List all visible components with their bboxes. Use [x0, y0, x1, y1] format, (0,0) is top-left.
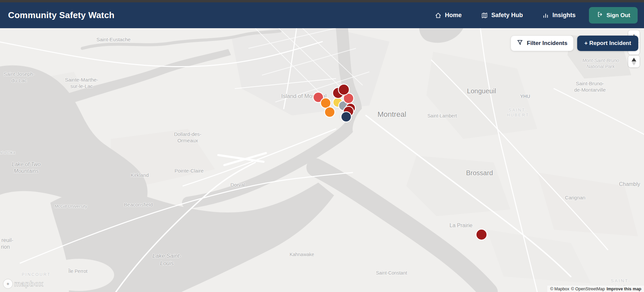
report-incident-button[interactable]: + Report Incident [577, 36, 638, 51]
nav-item-label: Safety Hub [491, 12, 523, 19]
nav-item-home[interactable]: Home [435, 12, 462, 19]
nav-links: Home Safety Hub Insights [435, 12, 576, 19]
incident-marker-dark_red[interactable] [339, 85, 349, 95]
attribution-mapbox-link[interactable]: © Mapbox [550, 287, 569, 291]
incident-marker-navy[interactable] [341, 112, 351, 121]
incident-marker-red[interactable] [344, 94, 353, 103]
app-title: Community Safety Watch [8, 10, 114, 20]
incident-marker-orange[interactable] [325, 107, 334, 117]
compass-north-needle [632, 58, 636, 61]
compass-icon[interactable] [628, 55, 640, 67]
improve-this-map-link[interactable]: Improve this map [607, 287, 642, 291]
sign-out-button[interactable]: Sign Out [589, 7, 638, 23]
nav-item-insights[interactable]: Insights [542, 12, 576, 19]
map-attribution: © Mapbox © OpenStreetMap Improve this ma… [547, 286, 644, 292]
attribution-osm-link[interactable]: © OpenStreetMap [571, 287, 605, 291]
map-canvas[interactable]: Saint-EustacheSaint-Joseph- du-LacSainte… [0, 28, 644, 292]
incident-marker-dark_red[interactable] [476, 230, 487, 240]
mapbox-logo[interactable]: ✶ mapbox [3, 279, 43, 288]
nav-item-label: Insights [552, 12, 576, 19]
window-top-strip [0, 0, 644, 2]
bar-chart-icon [542, 12, 549, 19]
logout-icon [596, 11, 603, 19]
map-markers [0, 28, 644, 292]
funnel-icon [517, 39, 523, 47]
nav-item-label: Home [445, 12, 462, 19]
filter-incidents-label: Filter Incidents [527, 40, 567, 47]
mapbox-logo-icon: ✶ [3, 279, 12, 288]
incident-marker-orange[interactable] [321, 98, 330, 108]
map-icon [481, 12, 488, 19]
filter-incidents-button[interactable]: Filter Incidents [511, 36, 573, 51]
nav-item-safety-hub[interactable]: Safety Hub [481, 12, 523, 19]
compass-south-needle [632, 62, 636, 65]
mapbox-logo-text: mapbox [14, 280, 43, 288]
report-incident-label: + Report Incident [584, 40, 631, 47]
map-compass-control [628, 55, 640, 67]
navbar: Community Safety Watch Home Safety Hub I… [0, 2, 644, 28]
home-icon [435, 12, 442, 19]
sign-out-label: Sign Out [606, 12, 630, 19]
